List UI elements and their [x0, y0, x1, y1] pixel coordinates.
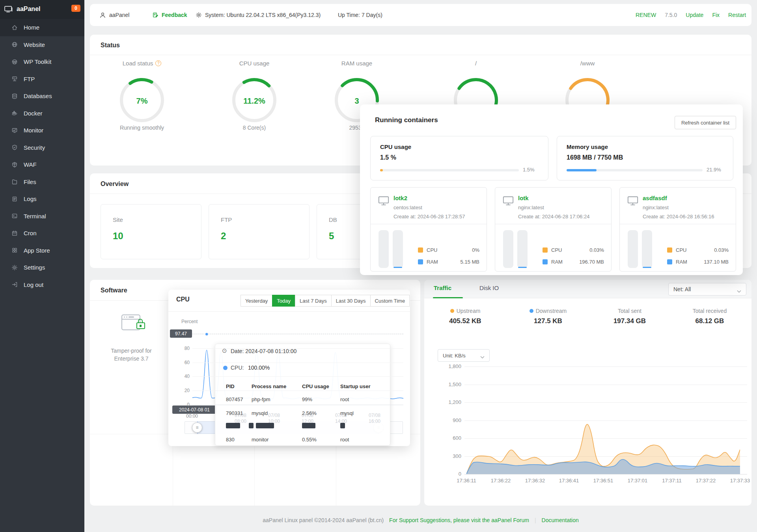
modal-mem-value: 1698 MB / 7750 MB: [567, 154, 623, 161]
tooltip-cell: 807457: [226, 396, 243, 402]
sidebar-item-home[interactable]: Home: [0, 19, 84, 36]
gauge-subtitle: 8 Core(s): [211, 125, 298, 131]
software-item-tamper-proof[interactable]: Tamper-proof for Enterprise 3.7: [90, 300, 173, 434]
cpu-tab-custom-time[interactable]: Custom Time: [370, 295, 410, 307]
sidebar-item-logs[interactable]: Logs: [0, 190, 84, 208]
traffic-xtick: 17:37:11: [662, 478, 682, 484]
container-bar: [378, 230, 389, 268]
ram-legend-square: [667, 259, 672, 264]
overview-card-label: DB: [329, 216, 337, 223]
traffic-xtick: 17:36:51: [593, 478, 613, 484]
footer-separator: |: [535, 517, 536, 523]
sidebar-item-security[interactable]: Security: [0, 139, 84, 156]
tooltip-cell: 830: [226, 437, 235, 443]
help-icon[interactable]: ?: [155, 60, 161, 66]
container-created: Create at: 2024-06-28 16:56:16: [643, 214, 714, 219]
overview-card-site[interactable]: Site10: [101, 204, 201, 259]
footer-support-link[interactable]: For Support Suggestions, please visit th…: [389, 517, 529, 523]
cpu-tab-yesterday[interactable]: Yesterday: [241, 295, 272, 307]
overview-card-ftp[interactable]: FTP2: [209, 204, 310, 259]
net-select-value: Net: All: [673, 286, 691, 292]
cpu-ghost-tick: 07/0816:00: [363, 413, 386, 424]
sidebar-item-databases[interactable]: Databases: [0, 87, 84, 105]
cpu-gridline: [192, 376, 403, 377]
refresh-container-list-button[interactable]: Refresh container list: [675, 116, 736, 129]
sidebar-item-label: WAF: [24, 161, 37, 168]
overview-card-value: 5: [329, 231, 334, 242]
container-name[interactable]: lotk: [518, 195, 529, 201]
cpu-ghost-tick: 07/0810:00: [262, 413, 286, 424]
gauge-cpu-usage: CPU usage11.2%8 Core(s): [211, 59, 298, 138]
sidebar-item-label: Log out: [24, 281, 43, 288]
cpu-tab-last-7-days[interactable]: Last 7 Days: [295, 295, 332, 307]
feedback-icon: [152, 12, 158, 18]
cpu-tab-today[interactable]: Today: [272, 295, 295, 307]
sidebar-item-app-store[interactable]: App Store: [0, 242, 84, 259]
docker-icon: [11, 110, 18, 116]
traffic-stat-value: 405.52 KB: [422, 317, 509, 325]
traffic-xtick: 17:36:11: [457, 478, 476, 484]
sidebar-item-wp-toolkit[interactable]: WP Toolkit: [0, 53, 84, 71]
sidebar-item-files[interactable]: Files: [0, 173, 84, 191]
modal-cpu-card: CPU usage 1.5 % 1.5%: [370, 136, 548, 180]
databases-icon: [11, 93, 18, 99]
sidebar-item-settings[interactable]: Settings: [0, 259, 84, 276]
traffic-tab-disk-io[interactable]: Disk IO: [479, 285, 499, 291]
logout-icon: [11, 281, 18, 288]
renew-link[interactable]: RENEW: [636, 12, 656, 18]
system-gear-icon: [196, 12, 202, 18]
container-name[interactable]: asdfasdf: [643, 195, 667, 201]
aapanel-dashboard: aaPanel 0 HomeWebsiteWP ToolkitFTPDataba…: [0, 0, 757, 532]
datazoom-left-handle[interactable]: ≡: [192, 422, 202, 433]
container-bar: [393, 230, 403, 268]
sidebar-item-ftp[interactable]: FTP: [0, 71, 84, 88]
sidebar-item-terminal[interactable]: Terminal: [0, 208, 84, 225]
gauge-label-text: /www: [580, 60, 595, 67]
cpu-ghost-tick: 07/0812:00: [296, 413, 319, 424]
container-name[interactable]: lotk2: [393, 195, 407, 201]
container-card-asdfasdf: asdfasdfnginx:latestCreate at: 2024-06-2…: [619, 187, 736, 272]
notification-badge[interactable]: 0: [71, 5, 80, 12]
tooltip-cell: root: [340, 437, 349, 443]
container-bar: [642, 230, 652, 268]
unit-select-value: Unit: KB/s: [443, 353, 466, 359]
net-select[interactable]: Net: All: [668, 283, 746, 296]
traffic-xtick: 17:37:01: [628, 478, 648, 484]
cpu-legend-label: CPU: [676, 247, 686, 253]
container-created: Create at: 2024-06-28 17:06:24: [518, 214, 589, 219]
cpu-xtick: 00:00: [186, 413, 198, 419]
system-label: System: Ubuntu 22.04.2 LTS x86_64(Py3.12…: [205, 12, 321, 18]
tooltip-cell: 0.55%: [302, 437, 317, 443]
ram-legend-square: [543, 259, 548, 264]
sidebar-item-docker[interactable]: Docker: [0, 105, 84, 122]
stat-label-text: Total received: [693, 308, 727, 314]
unit-select[interactable]: Unit: KB/s: [438, 349, 490, 362]
footer-docs-link[interactable]: Documentation: [542, 517, 579, 523]
cpu-gridline: [192, 363, 403, 363]
sidebar-item-waf[interactable]: WAF: [0, 156, 84, 173]
ftp-icon: [11, 76, 18, 82]
feedback-label: Feedback: [162, 12, 187, 18]
modal-title: Running containers: [375, 116, 438, 124]
security-icon: [11, 144, 18, 151]
feedback-link[interactable]: Feedback: [152, 4, 187, 26]
stat-label-text: Downstream: [536, 308, 567, 314]
update-link[interactable]: Update: [686, 12, 703, 18]
fix-link[interactable]: Fix: [712, 12, 720, 18]
gauge-label: RAM usage: [313, 59, 400, 67]
cpu-ylabel: Percent: [181, 319, 198, 324]
sidebar-item-cron[interactable]: Cron: [0, 225, 84, 242]
cpu-ghost-tick: 07/0814:00: [329, 413, 353, 424]
sidebar-item-monitor[interactable]: Monitor: [0, 122, 84, 139]
sidebar-header: aaPanel 0: [0, 0, 84, 19]
sidebar-item-website[interactable]: Website: [0, 36, 84, 54]
traffic-ytick: 900: [433, 417, 461, 423]
traffic-xtick: 17:37:33: [730, 478, 750, 484]
restart-link[interactable]: Restart: [728, 12, 746, 18]
chevron-down-icon: [737, 288, 741, 291]
topbar-user[interactable]: aaPanel: [99, 4, 129, 26]
gauge-value: 11.2%: [211, 97, 298, 106]
sidebar-item-log-out[interactable]: Log out: [0, 276, 84, 294]
cpu-tab-last-30-days[interactable]: Last 30 Days: [331, 295, 371, 307]
traffic-tab-traffic[interactable]: Traffic: [434, 285, 451, 291]
